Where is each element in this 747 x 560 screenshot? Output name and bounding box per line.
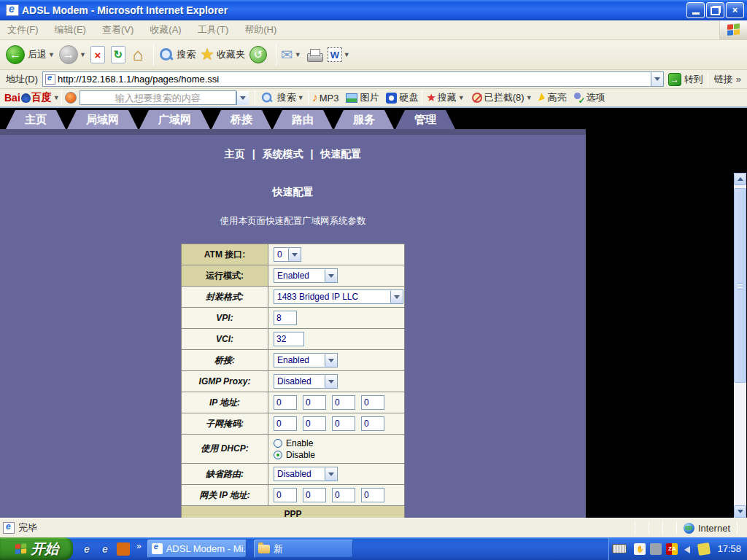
mask-octet-input[interactable] (332, 416, 355, 431)
baidu-separator (308, 90, 309, 105)
gateway-octet-input[interactable] (361, 488, 384, 502)
task-button-adsl[interactable]: ADSL Modem - Mi... (147, 540, 247, 558)
subnav-link-home[interactable]: 主页 (225, 148, 245, 160)
tray-volume-icon[interactable] (682, 543, 694, 555)
keyboard-language-icon[interactable] (612, 544, 627, 553)
home-button[interactable]: ⌂ (131, 46, 145, 63)
edit-dropdown-icon[interactable]: ▼ (344, 51, 350, 58)
baidu-collect-caret-icon[interactable]: ▼ (458, 94, 465, 101)
menu-file[interactable]: 文件(F) (7, 23, 39, 36)
igmp-proxy-select[interactable]: Disabled (274, 374, 338, 389)
quicklaunch-overflow-chevron[interactable]: » (136, 541, 142, 551)
search-button[interactable]: 搜索 (158, 47, 196, 63)
mask-octet-input[interactable] (274, 416, 297, 431)
scrollbar-thumb[interactable] (734, 188, 746, 383)
baidu-logo-dropdown-icon[interactable]: ▼ (53, 94, 60, 101)
menu-help[interactable]: 帮助(H) (244, 23, 276, 36)
ip-octet-input[interactable] (361, 395, 384, 410)
mail-button[interactable]: ✉ ▼ (281, 46, 301, 63)
tab-bridge[interactable]: 桥接 (212, 110, 271, 129)
start-button[interactable]: 开始 (0, 537, 73, 560)
address-dropdown-button[interactable] (651, 72, 663, 86)
scroll-up-button[interactable] (734, 173, 746, 185)
baidu-options-button[interactable]: 选项 (574, 91, 605, 104)
tab-lan[interactable]: 局域网 (67, 110, 138, 129)
favorites-button[interactable]: ★ 收藏夹 (200, 45, 245, 64)
atm-interface-select[interactable]: 0 (274, 247, 301, 262)
tab-route[interactable]: 路由 (273, 110, 333, 129)
tab-admin[interactable]: 管理 (395, 110, 455, 129)
baidu-logo[interactable]: Bai 百度 ▼ (4, 91, 60, 104)
tab-home[interactable]: 主页 (6, 110, 66, 129)
row-label: 桥接: (182, 350, 268, 371)
baidu-mp3-button[interactable]: ♪ MP3 (312, 91, 339, 104)
url-input[interactable] (58, 73, 651, 85)
baidu-search-input[interactable] (80, 90, 236, 105)
encapsulation-select[interactable]: 1483 Bridged IP LLC (274, 289, 403, 304)
forward-button[interactable]: → ▼ (59, 45, 86, 64)
forward-dropdown-icon[interactable]: ▼ (80, 51, 86, 58)
baidu-collect-button[interactable]: ★ 搜藏 ▼ (426, 91, 464, 104)
quicklaunch-ie2-icon[interactable]: e (98, 542, 112, 556)
print-button[interactable] (306, 47, 323, 62)
subnav-link-system-mode[interactable]: 系统模式 (263, 148, 303, 160)
tray-device-icon[interactable] (650, 543, 662, 555)
baidu-blocked-caret-icon[interactable]: ▼ (526, 94, 533, 101)
restore-button[interactable] (706, 2, 724, 18)
go-button[interactable]: → 转到 (668, 73, 703, 86)
baidu-search-button[interactable]: 搜索 ▼ (259, 90, 304, 106)
menu-edit[interactable]: 编辑(E) (55, 23, 86, 36)
oper-mode-select[interactable]: Enabled (274, 268, 338, 283)
frame-scrollbar[interactable] (734, 173, 746, 518)
menu-favorites[interactable]: 收藏(A) (150, 23, 181, 36)
baidu-highlight-button[interactable]: 高亮 (540, 91, 567, 104)
ip-octet-input[interactable] (274, 395, 297, 410)
gateway-octet-input[interactable] (332, 488, 355, 502)
menu-tools[interactable]: 工具(T) (198, 23, 229, 36)
dhcp-enable-option[interactable]: Enable (274, 438, 404, 448)
refresh-button[interactable]: ↻ (111, 46, 127, 63)
back-dropdown-icon[interactable]: ▼ (48, 51, 55, 58)
close-button[interactable]: × (726, 2, 744, 18)
tray-hand-icon[interactable]: ✋ (634, 543, 646, 555)
default-route-select[interactable]: Disabled (274, 467, 338, 481)
radio-unchecked-icon[interactable] (274, 439, 282, 448)
back-button[interactable]: ← 后退 ▼ (6, 45, 55, 64)
gateway-octet-input[interactable] (303, 488, 326, 502)
vpi-input[interactable] (274, 311, 297, 325)
subnav-link-quick-config[interactable]: 快速配置 (320, 148, 361, 160)
history-button[interactable]: ↺ (249, 46, 267, 63)
quicklaunch-app-icon[interactable] (117, 542, 130, 556)
baidu-disk-button[interactable]: 硬盘 (386, 91, 418, 104)
baidu-blocked-button[interactable]: 已拦截(8) ▼ (472, 91, 533, 104)
baidu-search-caret-icon[interactable]: ▼ (298, 94, 304, 101)
quicklaunch-ie-icon[interactable]: e (80, 542, 93, 556)
tab-wan[interactable]: 广域网 (139, 110, 210, 129)
vci-input[interactable] (274, 332, 304, 346)
scroll-down-button[interactable] (734, 505, 746, 518)
ip-octet-input[interactable] (303, 395, 326, 410)
ie-app-icon (6, 4, 19, 16)
tab-service[interactable]: 服务 (334, 110, 394, 129)
baidu-search-dropdown[interactable] (236, 91, 249, 105)
radio-checked-icon[interactable] (274, 451, 282, 459)
ip-octet-input[interactable] (332, 395, 355, 410)
toolbar-separator (276, 44, 276, 66)
tray-zonealarm-icon[interactable]: ZA (666, 543, 678, 555)
task-button-folder[interactable]: 新 (254, 540, 353, 558)
edit-button[interactable]: W ▼ (328, 47, 350, 62)
mask-octet-input[interactable] (303, 416, 326, 431)
stop-button[interactable]: × (90, 46, 107, 63)
baidu-target-icon[interactable] (65, 92, 77, 104)
links-overflow-chevron[interactable]: » (736, 74, 741, 85)
dhcp-disable-option[interactable]: Disable (274, 450, 404, 460)
mail-dropdown-icon[interactable]: ▼ (295, 51, 301, 58)
mask-octet-input[interactable] (361, 416, 384, 431)
baidu-images-button[interactable]: 图片 (346, 91, 379, 104)
links-label[interactable]: 链接 (714, 73, 733, 86)
menu-view[interactable]: 查看(V) (102, 23, 133, 36)
minimize-button[interactable] (686, 2, 705, 18)
gateway-octet-input[interactable] (274, 488, 297, 502)
bridge-select[interactable]: Enabled (274, 353, 338, 368)
tray-shield-icon[interactable] (697, 542, 711, 555)
